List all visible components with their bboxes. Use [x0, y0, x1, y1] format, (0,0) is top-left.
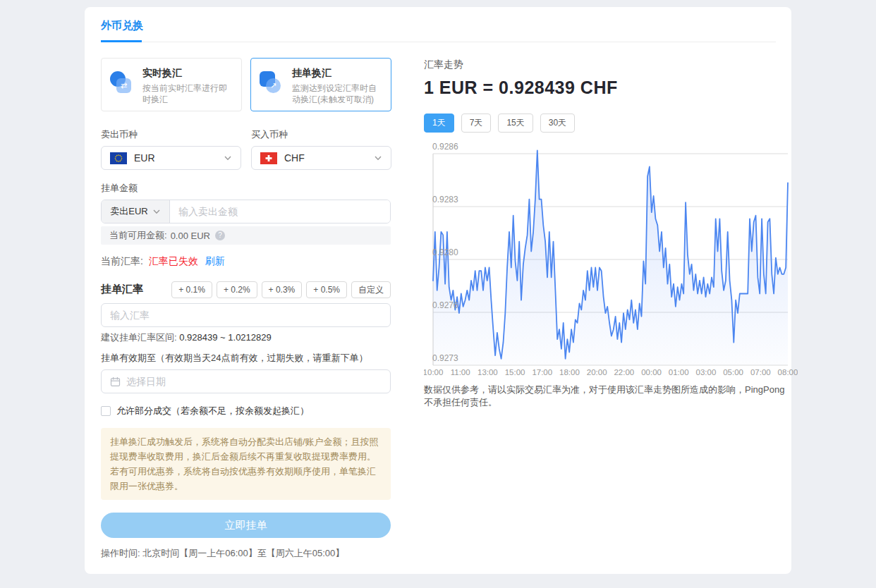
- rate-adjust-buttons: + 0.1%+ 0.2%+ 0.3%+ 0.5%自定义: [167, 283, 391, 296]
- sell-currency-select[interactable]: EUR: [101, 146, 241, 170]
- available-amount-bar: 当前可用金额: 0.00 EUR ?: [101, 226, 391, 245]
- notice-line: 挂单换汇成功触发后，系统将自动分配卖出店铺/账户金额；且按照提现费率收取费用，换…: [110, 434, 382, 464]
- rate-headline: 1 EUR = 0.928439 CHF: [424, 78, 618, 98]
- notice-line: 若有可用优惠券，系统将自动按优惠券有效期顺序使用，单笔换汇限用一张优惠券。: [110, 464, 382, 494]
- amount-input-group: 卖出EUR: [101, 200, 391, 223]
- amount-mode-value: 卖出EUR: [110, 205, 147, 218]
- x-axis-label: 05:00: [723, 368, 743, 376]
- rate-input-box: [101, 303, 391, 327]
- rate-adjust-button[interactable]: 自定义: [351, 281, 391, 298]
- x-axis-label: 20:00: [587, 368, 607, 376]
- chart-disclaimer: 数据仅供参考，请以实际交易汇率为准，对于使用该汇率走势图所造成的影响，PingP…: [424, 384, 791, 409]
- suggest-range-row: 建议挂单汇率区间: 0.928439 ~ 1.0212829: [101, 331, 272, 344]
- suggest-range-value: 0.928439 ~ 1.0212829: [179, 332, 272, 343]
- eur-flag-icon: [110, 152, 127, 164]
- card-desc: 监测达到设定汇率时自动换汇(未触发可取消): [292, 82, 384, 105]
- x-axis-label: 07:00: [750, 368, 771, 376]
- x-axis-label: 17:00: [532, 368, 552, 376]
- y-axis-label: 0.9280: [432, 247, 458, 257]
- chevron-down-icon: [374, 154, 382, 162]
- order-rate-label: 挂单汇率: [101, 283, 167, 296]
- x-axis-label: 11:00: [451, 368, 470, 376]
- card-desc: 按当前实时汇率进行即时换汇: [142, 82, 234, 105]
- y-axis-label: 0.9283: [432, 195, 458, 204]
- tab-realtime-exchange[interactable]: ⇄ 实时换汇 按当前实时汇率进行即时换汇: [101, 58, 242, 111]
- period-tabs: 1天7天15天30天: [424, 114, 575, 133]
- suggest-range-label: 建议挂单汇率区间:: [101, 332, 177, 343]
- operation-time-text: 操作时间: 北京时间【周一上午06:00】至【周六上午05:00】: [101, 547, 344, 560]
- x-axis-label: 18:00: [559, 368, 580, 376]
- exchange-panel: 外币兑换 ⇄ 实时换汇 按当前实时汇率进行即时换汇 ↗ 挂单换汇 监测达到设定汇…: [85, 7, 791, 574]
- page-title: 外币兑换: [101, 19, 143, 32]
- period-tab-7天[interactable]: 7天: [461, 114, 492, 133]
- x-axis-label: 22:00: [614, 368, 634, 376]
- submit-order-button[interactable]: 立即挂单: [101, 513, 391, 538]
- rate-input[interactable]: [110, 310, 382, 321]
- buy-currency-select[interactable]: CHF: [251, 146, 391, 170]
- available-amount-value: 0.00 EUR: [171, 231, 210, 241]
- rate-adjust-button[interactable]: + 0.1%: [171, 281, 212, 298]
- active-tab-underline: [101, 40, 142, 42]
- buy-currency-value: CHF: [284, 152, 374, 164]
- x-axis-label: 13:00: [477, 368, 498, 376]
- expiry-label: 挂单有效期至（有效期当天24点前有效，过期失败，请重新下单）: [101, 352, 367, 365]
- amount-mode-dropdown[interactable]: 卖出EUR: [102, 200, 170, 223]
- help-icon[interactable]: ?: [215, 231, 225, 240]
- header-divider: [101, 42, 776, 42]
- x-axis-label: 01:00: [669, 368, 689, 376]
- x-axis-label: 15:00: [505, 368, 525, 376]
- notice-box: 挂单换汇成功触发后，系统将自动分配卖出店铺/账户金额；且按照提现费率收取费用，换…: [101, 428, 391, 500]
- amount-input[interactable]: [170, 200, 390, 223]
- refresh-link[interactable]: 刷新: [205, 255, 225, 267]
- buy-currency-label: 买入币种: [251, 128, 288, 141]
- rate-expired-text: 汇率已失效: [149, 255, 198, 267]
- current-rate-row: 当前汇率: 汇率已失效 刷新: [101, 255, 225, 268]
- tab-limit-order-exchange[interactable]: ↗ 挂单换汇 监测达到设定汇率时自动换汇(未触发可取消): [250, 58, 391, 111]
- rate-adjust-button[interactable]: + 0.5%: [306, 281, 347, 298]
- available-amount-label: 当前可用金额:: [109, 229, 167, 242]
- card-title: 挂单换汇: [292, 67, 384, 80]
- partial-fill-row: 允许部分成交（若余额不足，按余额发起换汇）: [101, 405, 309, 417]
- x-axis-label: 00:00: [641, 368, 662, 376]
- x-axis-label: 03:00: [696, 368, 717, 376]
- trend-arrow-icon: ↗: [260, 70, 288, 98]
- period-tab-30天[interactable]: 30天: [540, 114, 575, 133]
- chf-flag-icon: [260, 152, 277, 164]
- card-title: 实时换汇: [142, 67, 234, 80]
- sell-currency-label: 卖出币种: [101, 128, 138, 141]
- y-axis-label: 0.9273: [432, 353, 458, 363]
- date-picker[interactable]: [101, 369, 391, 393]
- calendar-icon: [110, 376, 121, 387]
- period-tab-15天[interactable]: 15天: [498, 114, 533, 133]
- partial-fill-checkbox[interactable]: [101, 406, 111, 416]
- x-axis-label: 08:00: [778, 368, 798, 376]
- chevron-down-icon: [224, 154, 232, 162]
- rate-adjust-button[interactable]: + 0.3%: [262, 281, 303, 298]
- y-axis-label: 0.9276: [432, 300, 458, 310]
- rate-adjust-button[interactable]: + 0.2%: [217, 281, 257, 298]
- amount-label: 挂单金额: [101, 182, 138, 195]
- current-rate-label: 当前汇率:: [101, 255, 143, 267]
- order-rate-row: 挂单汇率 + 0.1%+ 0.2%+ 0.3%+ 0.5%自定义: [101, 281, 391, 298]
- trend-title: 汇率走势: [424, 59, 463, 71]
- y-axis-label: 0.9286: [432, 142, 458, 152]
- period-tab-1天[interactable]: 1天: [424, 114, 454, 133]
- rate-trend-chart: 0.92860.92830.92800.92760.927310:0011:00…: [424, 140, 798, 383]
- exchange-arrows-icon: ⇄: [110, 70, 138, 98]
- partial-fill-label: 允许部分成交（若余额不足，按余额发起换汇）: [116, 405, 309, 417]
- date-input[interactable]: [126, 376, 382, 387]
- chevron-down-icon: [152, 207, 161, 216]
- x-axis-label: 10:00: [424, 368, 443, 376]
- sell-currency-value: EUR: [134, 152, 224, 164]
